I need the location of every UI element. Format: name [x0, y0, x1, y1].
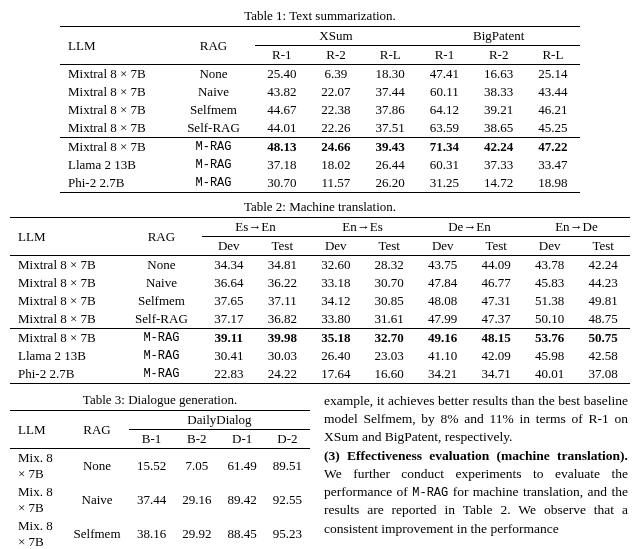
t2-sub: Test — [363, 237, 416, 256]
t2-sub: Dev — [523, 237, 576, 256]
t3-head-llm: LLM — [10, 411, 65, 449]
t2-group: En→Es — [309, 218, 416, 237]
table3-caption: Table 3: Dialogue generation. — [10, 392, 310, 408]
t1-sub: R-L — [526, 46, 580, 65]
table-row: Mixtral 8 × 7BNone25.406.3918.3047.4116.… — [60, 65, 580, 84]
t2-group: De→En — [416, 218, 523, 237]
t2-sub: Test — [576, 237, 630, 256]
para-2-heading: (3) Effectiveness evaluation (machine tr… — [324, 448, 628, 463]
t2-sub: Test — [469, 237, 522, 256]
table-row: Mixtral 8 × 7BSelfmem37.6537.1134.1230.8… — [10, 292, 630, 310]
t2-group: En→De — [523, 218, 630, 237]
table1: LLM RAG XSum BigPatent R-1 R-2 R-L R-1 R… — [60, 26, 580, 193]
t1-head-llm: LLM — [60, 27, 172, 65]
table-row: Llama 2 13BM-RAG30.4130.0326.4023.0341.1… — [10, 347, 630, 365]
t2-head-llm: LLM — [10, 218, 121, 256]
t1-group-bigpatent: BigPatent — [417, 27, 580, 46]
t2-sub: Test — [256, 237, 309, 256]
t1-sub: R-2 — [309, 46, 363, 65]
t2-head-rag: RAG — [121, 218, 202, 256]
t2-sub: Dev — [309, 237, 362, 256]
table-row: Phi-2 2.7BM-RAG22.8324.2217.6416.6034.21… — [10, 365, 630, 384]
table-row: Mixtral 8 × 7BNaive36.6436.2233.1830.704… — [10, 274, 630, 292]
t1-head-rag: RAG — [172, 27, 254, 65]
t1-sub: R-1 — [417, 46, 471, 65]
table-row: Mix. 8 × 7BSelfmem38.1629.9288.4595.23 — [10, 517, 310, 549]
t1-sub: R-1 — [255, 46, 309, 65]
t3-sub: B-1 — [129, 430, 174, 449]
table-row: Mixtral 8 × 7BNaive43.8222.0737.4460.113… — [60, 83, 580, 101]
table2: LLM RAG Es→En En→Es De→En En→De DevTest … — [10, 217, 630, 384]
table-row: Mix. 8 × 7BNaive37.4429.1689.4292.55 — [10, 483, 310, 517]
table-row: Mixtral 8 × 7BM-RAG39.1139.9835.1832.704… — [10, 329, 630, 348]
body-text: example, it achieves better results than… — [324, 390, 630, 538]
t1-group-xsum: XSum — [255, 27, 418, 46]
table-row: Mix. 8 × 7BNone15.527.0561.4989.51 — [10, 449, 310, 484]
mrag-label: M-RAG — [412, 486, 448, 500]
t3-head-rag: RAG — [65, 411, 129, 449]
table1-caption: Table 1: Text summarization. — [10, 8, 630, 24]
table-row: Llama 2 13BM-RAG37.1818.0226.4460.3137.3… — [60, 156, 580, 174]
t2-sub: Dev — [416, 237, 469, 256]
table-row: Mixtral 8 × 7BSelfmem44.6722.3837.8664.1… — [60, 101, 580, 119]
t2-sub: Dev — [202, 237, 255, 256]
t3-group: DailyDialog — [129, 411, 310, 430]
table-row: Phi-2 2.7BM-RAG30.7011.5726.2031.2514.72… — [60, 174, 580, 193]
table-row: Mixtral 8 × 7BSelf-RAG37.1736.8233.8031.… — [10, 310, 630, 329]
t1-sub: R-L — [363, 46, 417, 65]
table-row: Mixtral 8 × 7BM-RAG48.1324.6639.4371.344… — [60, 138, 580, 157]
table2-caption: Table 2: Machine translation. — [10, 199, 630, 215]
t3-sub: D-2 — [265, 430, 310, 449]
table-row: Mixtral 8 × 7BSelf-RAG44.0122.2637.5163.… — [60, 119, 580, 138]
t3-sub: B-2 — [174, 430, 219, 449]
table-row: Mixtral 8 × 7BNone34.3434.8132.6028.3243… — [10, 256, 630, 275]
t2-group: Es→En — [202, 218, 309, 237]
table3: LLM RAG DailyDialog B-1 B-2 D-1 D-2 Mix.… — [10, 410, 310, 549]
para-1: example, it achieves better results than… — [324, 393, 628, 444]
t1-sub: R-2 — [472, 46, 526, 65]
t3-sub: D-1 — [219, 430, 264, 449]
